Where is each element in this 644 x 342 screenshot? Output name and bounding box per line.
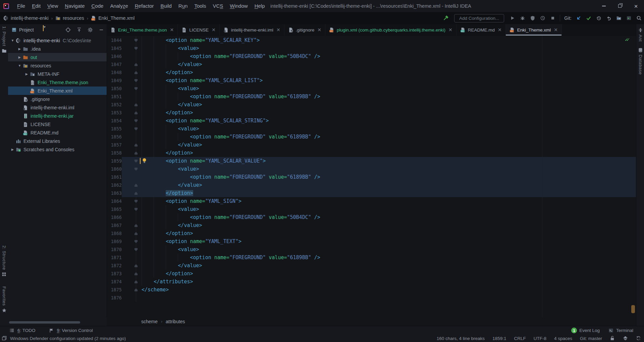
- fold-end-icon[interactable]: [135, 152, 138, 155]
- stripe-button-favorites[interactable]: Favorites: [0, 286, 8, 313]
- fold-start-icon[interactable]: [135, 208, 138, 211]
- build-hammer-icon[interactable]: [443, 15, 449, 21]
- tree-item-enki-theme.theme.json[interactable]: {}Enki_Theme.theme.json: [8, 78, 107, 87]
- gear-icon[interactable]: [88, 27, 93, 33]
- close-icon[interactable]: ✕: [212, 27, 216, 33]
- fold-end-icon[interactable]: [135, 184, 138, 187]
- close-icon[interactable]: ✕: [448, 27, 452, 33]
- code-line-1858[interactable]: 1858 </option>: [107, 149, 636, 157]
- event-log-button[interactable]: 1 Event Log: [571, 328, 600, 333]
- fold-gutter[interactable]: [122, 253, 142, 262]
- debug-icon[interactable]: [520, 15, 526, 21]
- hide-panel-icon[interactable]: [99, 27, 104, 33]
- menu-tools[interactable]: Tools: [191, 0, 209, 12]
- fold-gutter[interactable]: [122, 101, 142, 109]
- menu-run[interactable]: Run: [175, 0, 191, 12]
- menu-refactor[interactable]: Refactor: [131, 0, 157, 12]
- tree-item-enki-theme.xml[interactable]: <>Enki_Theme.xml: [8, 87, 107, 95]
- code-line-1853[interactable]: 1853 </option>: [107, 109, 636, 117]
- code-line-1870[interactable]: 1870 <value>: [107, 245, 636, 253]
- tree-right-arrow-icon[interactable]: ▶: [11, 148, 14, 151]
- code-line-1845[interactable]: 1845 <value>: [107, 44, 636, 52]
- code-line-1848[interactable]: 1848 </option>: [107, 68, 636, 76]
- close-icon[interactable]: ✕: [317, 27, 321, 33]
- code-line-1876[interactable]: 1876: [107, 294, 636, 302]
- fold-end-icon[interactable]: [135, 63, 138, 66]
- tree-item-out[interactable]: ▶out: [8, 53, 107, 61]
- fold-start-icon[interactable]: [135, 248, 138, 251]
- code-line-1867[interactable]: 1867 </value>: [107, 221, 636, 229]
- collapse-all-icon[interactable]: [76, 27, 82, 33]
- fold-start-icon[interactable]: [135, 240, 138, 243]
- fold-gutter[interactable]: [122, 181, 142, 189]
- inspections-ok-icon[interactable]: ✓✓: [625, 37, 633, 42]
- diff-icon[interactable]: [616, 15, 622, 21]
- close-icon[interactable]: ✕: [170, 27, 174, 33]
- tree-right-arrow-icon[interactable]: ▶: [18, 55, 21, 59]
- fold-gutter[interactable]: [122, 76, 142, 84]
- close-button[interactable]: ×: [628, 0, 644, 12]
- code-line-1861[interactable]: 1861 <option name="FOREGROUND" value="61…: [107, 173, 636, 181]
- tree-item-readme.md[interactable]: MDREADME.md: [8, 128, 107, 137]
- code-line-1863[interactable]: 1863 </option>: [107, 189, 636, 197]
- fold-gutter[interactable]: [122, 109, 142, 117]
- commit-icon[interactable]: [586, 15, 592, 21]
- breadcrumb-item[interactable]: Enki_Theme.xml: [98, 15, 135, 21]
- terminal-button[interactable]: Terminal: [608, 328, 633, 333]
- status-encoding[interactable]: UTF-8: [534, 336, 546, 341]
- code-line-1850[interactable]: 1850 <value>: [107, 84, 636, 93]
- fold-start-icon[interactable]: [135, 160, 138, 163]
- fold-end-icon[interactable]: [135, 144, 138, 147]
- breadcrumb-scheme[interactable]: scheme: [141, 319, 158, 324]
- version-control-toolwindow-button[interactable]: 9: Version Control: [49, 328, 93, 333]
- status-git-branch[interactable]: Git: master: [580, 336, 602, 341]
- fold-start-icon[interactable]: [135, 87, 138, 90]
- locate-file-icon[interactable]: [65, 27, 71, 33]
- code-line-1862[interactable]: 1862 </value>: [107, 181, 636, 189]
- fold-end-icon[interactable]: [135, 272, 138, 275]
- editor-scrollbar-thumb[interactable]: [631, 305, 635, 313]
- tree-down-arrow-icon[interactable]: ▼: [11, 39, 14, 42]
- fold-end-icon[interactable]: [135, 71, 138, 74]
- status-message-area[interactable]: Windows Defender configuration updated (…: [2, 336, 126, 341]
- code-line-1854[interactable]: 1854 <option name="YAML_SCALAR_STRING">: [107, 117, 636, 125]
- stripe-button-project[interactable]: 1: Project: [0, 26, 8, 53]
- code-line-1866[interactable]: 1866 <option name="FOREGROUND" value="50…: [107, 213, 636, 221]
- code-line-1852[interactable]: 1852 </value>: [107, 101, 636, 109]
- status-caret-position[interactable]: 1859:1: [492, 336, 506, 341]
- tree-item-.idea[interactable]: ▶.idea: [8, 45, 107, 53]
- code-line-1844[interactable]: 1844 <option name="YAML_SCALAR_KEY">: [107, 36, 636, 44]
- restore-button[interactable]: [612, 0, 628, 12]
- fold-end-icon[interactable]: [135, 288, 138, 291]
- tree-item-external-libraries[interactable]: External Libraries: [8, 137, 107, 145]
- breadcrumb-item[interactable]: resources: [63, 15, 84, 21]
- fold-start-icon[interactable]: [135, 168, 138, 171]
- minimize-button[interactable]: [596, 0, 612, 12]
- close-icon[interactable]: ✕: [276, 27, 280, 33]
- fold-end-icon[interactable]: [135, 280, 138, 283]
- close-icon[interactable]: ✕: [498, 27, 502, 33]
- code-line-1860[interactable]: 1860 <value>: [107, 165, 636, 173]
- tree-item-resources[interactable]: ▼resources: [8, 61, 107, 70]
- tree-item-meta-inf[interactable]: ▶META-INF: [8, 70, 107, 78]
- unlock-icon[interactable]: [610, 336, 615, 341]
- stripe-button-database[interactable]: Database: [636, 48, 644, 75]
- fold-end-icon[interactable]: [135, 264, 138, 267]
- fold-gutter[interactable]: [122, 52, 142, 60]
- stripe-button-structure[interactable]: 2: Structure: [0, 245, 8, 277]
- fold-gutter[interactable]: [122, 197, 142, 205]
- fold-gutter[interactable]: [122, 294, 142, 302]
- tree-item-intellij-theme-enki.iml[interactable]: intellij-theme-enki.iml: [8, 103, 107, 112]
- update-project-icon[interactable]: [576, 15, 582, 21]
- code-line-1868[interactable]: 1868 </option>: [107, 229, 636, 237]
- tree-item-scratches-and-consoles[interactable]: ▶Scratches and Consoles: [8, 145, 107, 154]
- code-line-1874[interactable]: 1874 </attributes>: [107, 278, 636, 286]
- menu-window[interactable]: Window: [226, 0, 251, 12]
- tab-enki_theme.theme.json[interactable]: {}Enki_Theme.theme.json✕: [107, 24, 178, 36]
- fold-gutter[interactable]: [122, 60, 142, 68]
- fold-gutter[interactable]: [122, 165, 142, 173]
- fold-end-icon[interactable]: [135, 224, 138, 227]
- tab-intellij-theme-enki.iml[interactable]: intellij-theme-enki.iml✕: [220, 24, 284, 36]
- close-icon[interactable]: ✕: [554, 27, 558, 33]
- horizontal-scrollbar[interactable]: [9, 321, 80, 324]
